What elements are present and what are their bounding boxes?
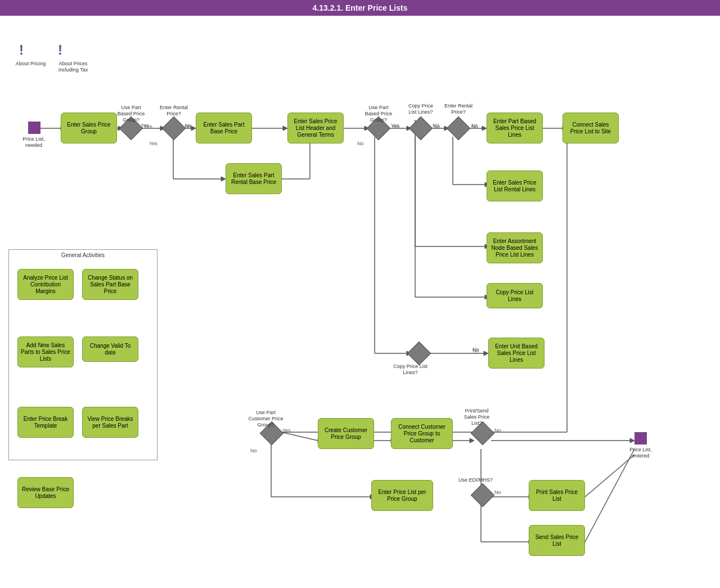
svg-marker-23 <box>482 126 487 131</box>
svg-marker-47 <box>470 438 474 443</box>
svg-line-60 <box>585 455 634 497</box>
enter-unit-based-lines[interactable]: Enter Unit Based Sales Price List Lines <box>488 338 544 369</box>
enter-price-break-template[interactable]: Enter Price Break Template <box>17 407 74 438</box>
change-valid-to[interactable]: Change Valid To date <box>82 336 138 362</box>
svg-marker-7 <box>191 126 196 131</box>
d2-yes-label: Yes <box>149 141 158 146</box>
svg-marker-10 <box>221 177 226 181</box>
about-prices-incl-tax-icon[interactable]: ! <box>58 42 62 58</box>
end-node <box>634 432 647 445</box>
svg-marker-12 <box>283 126 287 131</box>
review-base-price[interactable]: Review Base Price Updates <box>17 477 74 508</box>
send-sales-price-list[interactable]: Send Sales Price List <box>529 525 585 556</box>
connect-sales-price-list-to-site[interactable]: Connect Sales Price List to Site <box>562 113 619 143</box>
decision-use-edi-mhs <box>471 483 494 507</box>
d5-label: Enter Rental Price? <box>442 103 475 115</box>
decision-enter-rental-price <box>162 116 186 140</box>
title-bar: 4.13.2.1. Enter Price Lists <box>0 0 720 16</box>
d4-label: Copy Price List Lines? <box>404 103 438 115</box>
flow-label-d1-yes: Yes <box>141 123 149 128</box>
d6-label: Copy Price List Lines? <box>392 363 429 376</box>
decision-copy-price-list-lines-2 <box>407 342 431 365</box>
d1-label: Use Part Based Price Group? <box>115 105 147 123</box>
about-pricing-icon[interactable]: ! <box>19 42 24 58</box>
canvas: ! About Pricing ! About Prices Including… <box>0 16 720 588</box>
flow-label-d4-no: No <box>433 123 439 128</box>
d8-no-label: No <box>494 428 501 433</box>
decision-enter-rental-price-2 <box>447 116 470 140</box>
svg-marker-33 <box>484 351 488 356</box>
enter-sales-part-base-price[interactable]: Enter Sales Part Base Price <box>196 113 252 143</box>
about-prices-incl-tax-label: About Prices Including Tax <box>51 61 96 73</box>
d7-yes-label: Yes <box>282 428 291 433</box>
print-sales-price-list[interactable]: Print Sales Price List <box>529 480 585 511</box>
d9-no-label: No <box>494 490 501 495</box>
d7-label: Use Part Customer Price Group? <box>248 410 284 428</box>
flow-label-d5-no: No <box>471 123 478 128</box>
analyze-margins[interactable]: Analyze Price List Contribution Margins <box>17 269 74 300</box>
enter-part-based-lines[interactable]: Enter Part Based Sales Price List Lines <box>487 113 543 143</box>
enter-price-list-per-price-group[interactable]: Enter Price List per Price Group <box>371 480 433 511</box>
enter-sales-price-list-header[interactable]: Enter Sales Price List Header and Genera… <box>287 113 344 143</box>
d2-label: Enter Rental Price? <box>158 105 190 117</box>
flow-label-d2-no: No <box>185 123 192 128</box>
about-pricing-label: About Pricing <box>12 61 49 67</box>
d8-label: Print/Send Sales Price List? <box>458 408 495 426</box>
decision-copy-price-list-lines <box>409 116 433 140</box>
enter-sales-price-group[interactable]: Enter Sales Price Group <box>61 113 117 143</box>
page-title: 4.13.2.1. Enter Price Lists <box>313 3 408 12</box>
svg-line-42 <box>281 432 318 441</box>
create-customer-price-group[interactable]: Create Customer Price Group <box>318 418 374 449</box>
d3-label: Use Part Based Price Group? <box>362 105 395 123</box>
d3-no-label: No <box>357 141 364 146</box>
flow-label-d6-no: No <box>472 347 479 352</box>
general-activities-title: General Activities <box>9 250 157 261</box>
add-new-sales[interactable]: Add New Sales Parts to Sales Price Lists <box>17 336 74 367</box>
enter-sales-part-rental-base-price[interactable]: Enter Sales Part Rental Base Price <box>226 163 282 194</box>
view-price-breaks[interactable]: View Price Breaks per Sales Part <box>82 407 138 438</box>
start-node <box>28 122 40 134</box>
svg-line-61 <box>585 449 634 542</box>
copy-price-list-lines[interactable]: Copy Price List Lines <box>487 283 543 308</box>
d9-label: Use EDI/MHS? <box>457 477 494 483</box>
enter-sales-price-list-rental-lines[interactable]: Enter Sales Price List Rental Lines <box>487 170 543 201</box>
start-label: Price List, needed <box>16 136 52 149</box>
svg-marker-52 <box>630 438 634 443</box>
end-label: Price List, entered <box>622 447 660 459</box>
d7-no-label: No <box>250 448 257 454</box>
flow-label-d3-yes: Yes <box>391 123 399 128</box>
general-activities-box: General Activities Analyze Price List Co… <box>8 249 158 460</box>
enter-assortment-node-lines[interactable]: Enter Assortment Node Based Sales Price … <box>487 232 543 263</box>
change-status[interactable]: Change Status on Sales Part Base Price <box>82 269 138 300</box>
connect-customer-price-group[interactable]: Connect Customer Price Group to Customer <box>391 418 453 449</box>
